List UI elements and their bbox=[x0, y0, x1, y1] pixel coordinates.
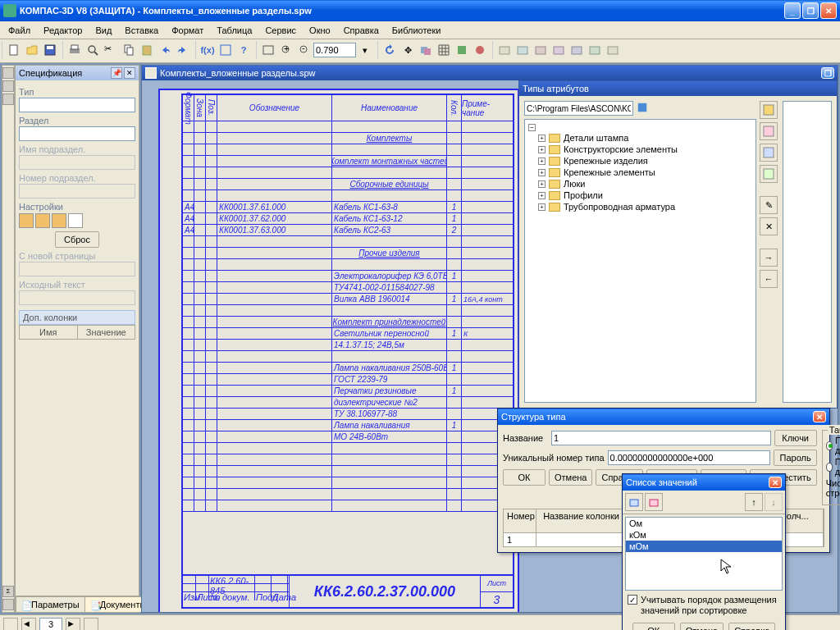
lib-a-icon[interactable] bbox=[495, 41, 514, 59]
tool-b-icon[interactable] bbox=[471, 41, 489, 59]
attr-action-2-icon[interactable] bbox=[760, 122, 778, 140]
open-icon[interactable] bbox=[23, 41, 41, 59]
preview-icon[interactable] bbox=[84, 41, 102, 59]
tree-expand-icon[interactable]: + bbox=[538, 203, 546, 211]
zoom-fit-icon[interactable] bbox=[259, 41, 277, 59]
values-close-icon[interactable]: ✕ bbox=[769, 477, 782, 488]
values-listbox[interactable]: Ом кОм мОм bbox=[625, 517, 783, 591]
move-down-icon[interactable]: ↓ bbox=[765, 493, 783, 511]
side-btn-sigma[interactable]: Σ bbox=[2, 586, 14, 597]
minimize-button[interactable]: _ bbox=[784, 2, 801, 19]
radio-variable[interactable] bbox=[826, 463, 833, 472]
page-input[interactable] bbox=[39, 618, 62, 631]
reset-button[interactable]: Сброс bbox=[55, 231, 99, 248]
menu-editor[interactable]: Редактор bbox=[37, 24, 89, 37]
attr-action-5-icon[interactable]: ✎ bbox=[760, 196, 778, 214]
status-btn-1[interactable] bbox=[3, 618, 18, 631]
copy-icon[interactable] bbox=[120, 41, 138, 59]
menu-window[interactable]: Окно bbox=[303, 24, 337, 37]
doc-max-icon[interactable]: ❐ bbox=[821, 67, 834, 79]
tab-parameters[interactable]: 📄Параметры bbox=[16, 596, 85, 612]
tree-expand-icon[interactable]: + bbox=[538, 192, 546, 199]
ok-button[interactable]: ОК bbox=[503, 469, 546, 486]
section-input[interactable] bbox=[19, 126, 135, 141]
side-btn-4[interactable] bbox=[2, 599, 14, 610]
menu-view[interactable]: Вид bbox=[89, 24, 118, 37]
side-btn-3[interactable] bbox=[2, 94, 14, 105]
zoom-in-icon[interactable]: + bbox=[277, 41, 295, 59]
lib-d-icon[interactable] bbox=[550, 41, 568, 59]
password-button[interactable]: Пароль bbox=[774, 450, 816, 466]
values-ok-button[interactable]: ОК bbox=[632, 623, 675, 630]
pan-icon[interactable]: ✥ bbox=[399, 41, 417, 59]
menu-help[interactable]: Справка bbox=[337, 24, 386, 37]
refresh-icon[interactable] bbox=[381, 41, 399, 59]
paste-icon[interactable] bbox=[138, 41, 156, 59]
attr-action-1-icon[interactable] bbox=[760, 101, 778, 119]
layers-icon[interactable] bbox=[417, 41, 435, 59]
sort-checkbox[interactable]: ✓ bbox=[628, 595, 637, 605]
lib-c-icon[interactable] bbox=[532, 41, 550, 59]
dialog-close-icon[interactable]: ✕ bbox=[813, 411, 826, 422]
cancel-button[interactable]: Отмена bbox=[549, 469, 592, 486]
dropdown-icon[interactable]: ▾ bbox=[356, 41, 374, 59]
path-browse-icon[interactable] bbox=[637, 102, 655, 118]
tree-expand-icon[interactable]: + bbox=[538, 146, 546, 153]
close-button[interactable]: ✕ bbox=[820, 2, 837, 19]
lib-g-icon[interactable] bbox=[604, 41, 622, 59]
side-btn-2[interactable] bbox=[2, 80, 14, 92]
swatch-1[interactable] bbox=[19, 213, 34, 228]
zoom-input[interactable] bbox=[313, 43, 356, 57]
name-input[interactable] bbox=[551, 431, 771, 445]
radio-fixed[interactable] bbox=[826, 441, 833, 450]
attr-path-input[interactable] bbox=[524, 101, 633, 116]
vars-icon[interactable] bbox=[217, 41, 235, 59]
menu-format[interactable]: Формат bbox=[165, 24, 210, 37]
attr-action-8-icon[interactable]: ← bbox=[760, 270, 778, 288]
menu-insert[interactable]: Вставка bbox=[118, 24, 165, 37]
side-btn-1[interactable] bbox=[2, 67, 14, 79]
tree-expand-icon[interactable]: + bbox=[538, 169, 546, 176]
lib-e-icon[interactable] bbox=[568, 41, 586, 59]
col-name-header[interactable]: Имя bbox=[20, 326, 78, 339]
values-cancel-button[interactable]: Отмена bbox=[680, 623, 724, 630]
pin-icon[interactable]: 📌 bbox=[111, 67, 122, 79]
attr-action-3-icon[interactable] bbox=[760, 144, 778, 162]
lib-f-icon[interactable] bbox=[586, 41, 604, 59]
new-icon[interactable] bbox=[5, 41, 23, 59]
panel-close-icon[interactable]: ✕ bbox=[124, 67, 135, 79]
tree-expand-icon[interactable]: + bbox=[538, 180, 546, 188]
save-icon[interactable] bbox=[41, 41, 59, 59]
zoom-out-icon[interactable]: - bbox=[295, 41, 313, 59]
status-prev-icon[interactable]: ◄ bbox=[21, 618, 36, 631]
menu-service[interactable]: Сервис bbox=[258, 24, 303, 37]
maximize-button[interactable]: ❐ bbox=[802, 2, 819, 19]
list-item[interactable]: кОм bbox=[626, 529, 782, 541]
list-item[interactable]: мОм bbox=[626, 541, 782, 552]
lib-b-icon[interactable] bbox=[514, 41, 532, 59]
grid-icon[interactable] bbox=[435, 41, 453, 59]
swatch-3[interactable] bbox=[52, 213, 66, 228]
swatch-4[interactable] bbox=[68, 213, 83, 228]
attr-action-7-icon[interactable]: → bbox=[760, 249, 778, 267]
type-input[interactable] bbox=[19, 98, 135, 112]
status-next-icon[interactable]: ► bbox=[66, 618, 80, 631]
tree-expand-icon[interactable]: + bbox=[538, 135, 546, 142]
menu-file[interactable]: Файл bbox=[2, 24, 37, 37]
help-icon[interactable]: ? bbox=[235, 41, 253, 59]
attribute-tree[interactable]: − +Детали штампа +Конструкторские элемен… bbox=[524, 119, 756, 403]
uid-input[interactable] bbox=[608, 450, 771, 465]
fx-icon[interactable]: f(x) bbox=[199, 41, 217, 59]
tool-a-icon[interactable] bbox=[453, 41, 471, 59]
list-item[interactable]: Ом bbox=[626, 518, 782, 529]
menu-table[interactable]: Таблица bbox=[210, 24, 258, 37]
undo-icon[interactable] bbox=[156, 41, 174, 59]
attr-action-4-icon[interactable] bbox=[760, 165, 778, 183]
tree-expand-icon[interactable]: + bbox=[538, 158, 546, 165]
status-btn-4[interactable] bbox=[84, 618, 98, 631]
print-icon[interactable] bbox=[66, 41, 84, 59]
cut-icon[interactable]: ✂ bbox=[102, 41, 120, 59]
attr-action-6-icon[interactable]: ✕ bbox=[760, 217, 778, 235]
col-value-header[interactable]: Значение bbox=[78, 326, 135, 339]
values-add-icon[interactable] bbox=[625, 493, 643, 511]
